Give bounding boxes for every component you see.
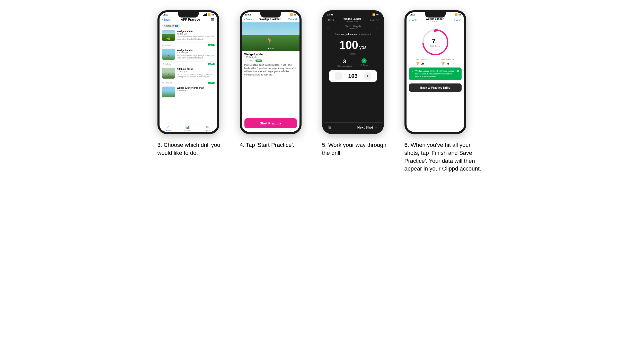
next-arrow-3[interactable]: →: [375, 26, 379, 30]
sky-2: [242, 22, 299, 37]
phone-screen-4: 13:03 📶 46 ‹ Back Wedge Ladder 06 Mar 20…: [407, 12, 464, 132]
drill-item-4[interactable]: Wedge & Short Iron Play 100-140 yds ☆: [160, 85, 217, 99]
star-icon-5[interactable]: ☆: [295, 53, 297, 56]
menu-icon-1[interactable]: ☰: [211, 18, 214, 22]
back-button-1[interactable]: ‹ Back: [162, 18, 170, 21]
nav-subtitle-3: 06 Mar 2023: [343, 20, 361, 23]
prev-arrow-3[interactable]: ←: [327, 26, 330, 30]
back-button-2[interactable]: ‹ Back: [244, 18, 252, 21]
nav-title-3: Wedge Ladder: [343, 18, 361, 20]
last-month-pb-value: 🏆 -/9: [441, 62, 454, 65]
back-button-3[interactable]: ‹ Back: [327, 19, 334, 22]
star-icon-2[interactable]: ☆: [212, 49, 215, 54]
shot-value-input[interactable]: [344, 73, 362, 79]
svg-point-2: [434, 30, 437, 32]
drill-item-3[interactable]: 🏌️ Pitching String 55-100 yds ☆ Hit 1 sh…: [160, 66, 217, 80]
toast-close-icon[interactable]: ✕: [457, 70, 459, 72]
drill-item-2[interactable]: 🏌️ Wedge Ladder 100-140 yds ☆ Play 1 sho…: [160, 47, 217, 62]
difference-value: 3: [337, 58, 352, 65]
target-unit: yds: [359, 45, 366, 50]
phone-notch-1: [178, 12, 199, 18]
activities-icon-1: 📊: [185, 125, 190, 129]
phone-screen-1: 13:02 📶 46 ‹ Back AP: [160, 12, 217, 132]
tab-capture-1[interactable]: ⊕ Capture: [204, 125, 210, 131]
status-icons-3: 📶 46: [372, 13, 378, 16]
start-practice-button[interactable]: Start Practice: [244, 118, 297, 128]
drill-name-1: Wedge Ladder: [177, 30, 193, 33]
next-shot-label: Next Shot: [357, 125, 373, 129]
previous-pb-label: Previous PB: [416, 58, 427, 61]
star-icon-4[interactable]: ☆: [212, 87, 215, 92]
drill-card-name-2: Wedge Ladder: [244, 53, 264, 56]
tab-home-1[interactable]: ⌂ Home: [166, 125, 171, 131]
next-shot-bar: 🗑 Next Shot →: [324, 122, 382, 132]
drill-info-2: Wedge Ladder 100-140 yds ☆ Play 1 shot a…: [177, 49, 215, 59]
cancel-button-3[interactable]: Cancel: [370, 19, 379, 22]
target-yds-value: 100: [339, 39, 358, 51]
stats-row-3: 3 Difference (yds) ✓ Hit Target: [327, 58, 379, 67]
phone-frame-4: 13:03 📶 46 ‹ Back Wedge Ladder 06 Mar 20…: [404, 10, 466, 134]
signal-bar-2: [204, 14, 205, 16]
battery-icon-3: 46: [376, 13, 378, 16]
drill-name-3: Pitching String: [177, 68, 193, 70]
signal-icon-4: 📶: [455, 13, 457, 16]
drill-info-3: Pitching String 55-100 yds ☆ Hit 1 shot …: [177, 68, 215, 78]
app-badge-3: APP: [208, 82, 214, 84]
phone-screen-2: 13:02 📶 46 ‹ Back Wedge Ladder Cancel 🏌️: [242, 12, 299, 132]
drill-distance-4: 100-140 yds: [177, 89, 204, 91]
category-tag-1: Approach 7: [162, 24, 180, 28]
carry-instruction-3: Enter carry distance for each shot: [327, 33, 379, 36]
drill-card-header-2: Wedge Ladder 100-140 yds ☆: [244, 53, 297, 58]
golfer-2: 🏌️: [266, 37, 275, 46]
nav-title-1: APP Practice: [181, 18, 200, 21]
signal-bar-1: [203, 15, 204, 16]
score-sub-label: Total Score: [430, 45, 440, 47]
tab-activities-1[interactable]: 📊 Activities: [184, 125, 191, 131]
drill-distance-3: 55-100 yds: [177, 70, 193, 73]
trophy-icon-2: 🏆: [441, 62, 445, 65]
app-badge-2: APP: [208, 63, 214, 65]
difference-label: Difference (yds): [337, 65, 352, 67]
phone-notch-3: [343, 12, 363, 18]
nav-bar-3: ‹ Back Wedge Ladder 06 Mar 2023 Cancel: [324, 16, 382, 24]
cancel-button-4[interactable]: Cancel: [453, 19, 461, 22]
back-to-drills-button[interactable]: Back to Practice Drills: [409, 83, 462, 92]
drill-card-distance-2: 100-140 yds: [244, 56, 264, 58]
difference-stat: 3 Difference (yds): [337, 58, 352, 67]
increase-button[interactable]: +: [364, 72, 371, 80]
delete-icon-3[interactable]: 🗑: [328, 125, 331, 129]
shot-info-3: Shot 1, 100 yds Score 5/9: [345, 25, 361, 30]
drill-info-4: Wedge & Short Iron Play 100-140 yds ☆: [177, 87, 215, 92]
drill-item-1[interactable]: ⛳ Wedge Ladder 50-100 yds ☆ Play 1 shot …: [160, 29, 217, 43]
wifi-icon-1: 📶: [208, 13, 210, 16]
nav-bar-4: ‹ Back Wedge Ladder 06 Mar 2023 Cancel: [407, 16, 464, 24]
caption-2: 4. Tap 'Start Practice'.: [240, 141, 294, 149]
dot-3: [272, 48, 274, 49]
time-2: 13:02: [245, 13, 251, 16]
score-center: 7/9 Total Score: [430, 38, 440, 47]
hit-target-check: ✓: [361, 58, 367, 63]
time-3: 13:03: [327, 13, 333, 16]
next-shot-button[interactable]: Next Shot →: [357, 125, 378, 129]
drill-desc-3: Hit 1 shot at each of the 10 target dist…: [177, 73, 215, 78]
time-1: 13:02: [163, 13, 169, 16]
caption-3: 5. Work your way through the drill.: [322, 141, 389, 157]
star-icon-1[interactable]: ☆: [212, 30, 215, 36]
nav-title-2: Wedge Ladder: [259, 18, 280, 21]
shot-content-3: Enter carry distance for each shot 100 y…: [324, 31, 382, 87]
drill-card-desc-2: Play 1 shot at each target yardage. If y…: [244, 63, 297, 76]
signal-icon-2: 📶: [290, 13, 293, 16]
cancel-button-2[interactable]: Cancel: [288, 18, 297, 21]
back-button-4[interactable]: ‹ Back: [409, 19, 417, 22]
decrease-button[interactable]: −: [335, 72, 342, 80]
signal-bar-4: [206, 13, 207, 16]
start-btn-container: Start Practice: [242, 118, 299, 128]
star-icon-3[interactable]: ☆: [212, 68, 215, 73]
drill-desc-2: Play 1 shot at each target yardage. If y…: [177, 54, 215, 59]
target-distance-3: 100 yds: [327, 39, 379, 52]
nav-title-4: Wedge Ladder: [426, 18, 444, 20]
drill-name-4: Wedge & Short Iron Play: [177, 87, 204, 89]
phone-section-1: 13:02 📶 46 ‹ Back AP: [157, 10, 230, 157]
shot-score-3: Score 5/9: [345, 28, 361, 30]
dot-2: [270, 48, 271, 49]
